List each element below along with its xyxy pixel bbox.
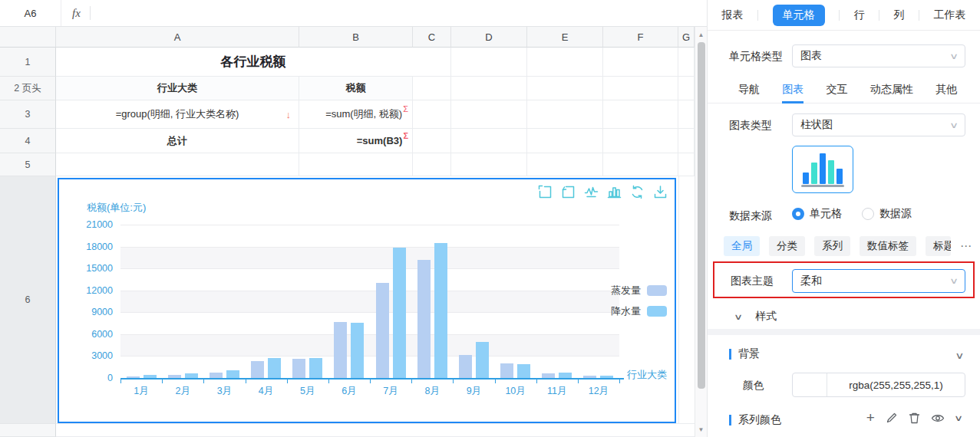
row-header-5[interactable]: 5 <box>0 153 56 176</box>
grid-cell[interactable] <box>678 77 695 100</box>
sub-tab-图表[interactable]: 图表 <box>782 75 803 104</box>
config-tab-数值标签[interactable]: 数值标签 <box>860 236 916 256</box>
row-header-7[interactable] <box>0 424 56 437</box>
row-header-2-page-header[interactable]: 2 页头 <box>0 77 56 100</box>
cell-b3-sum-formula[interactable]: =sum(明细, 税额) Σ <box>299 100 413 129</box>
grid-cell[interactable] <box>56 153 299 176</box>
grid-corner-cell[interactable] <box>0 27 56 48</box>
column-header-F[interactable]: F <box>603 27 678 48</box>
cell-type-dropdown[interactable]: 图表 ∨ <box>792 44 965 67</box>
grid-cell[interactable] <box>451 48 527 77</box>
chart-type-dropdown[interactable]: 柱状图 ∨ <box>792 113 965 136</box>
legend-item-降水量[interactable]: 降水量 <box>611 304 667 318</box>
sub-tab-其他[interactable]: 其他 <box>935 75 957 104</box>
panel-tab-bar: 报表单元格行列工作表 <box>708 0 980 31</box>
grid-cell[interactable] <box>451 153 527 176</box>
grid-cell[interactable] <box>451 100 527 129</box>
config-tab-全局[interactable]: 全局 <box>724 236 760 256</box>
grid-cell[interactable] <box>603 48 678 77</box>
chart-cell-selected[interactable]: 税额(单位:元) 0300060009000120001500018000210… <box>58 178 676 423</box>
config-tab-标题[interactable]: 标题 <box>926 236 951 256</box>
zoom-revert-icon[interactable] <box>561 185 576 199</box>
cell-reference-box[interactable]: A6 <box>0 0 61 26</box>
grid-cell[interactable] <box>603 153 678 176</box>
grid-cell[interactable] <box>603 100 678 129</box>
panel-tab-单元格[interactable]: 单元格 <box>773 5 825 26</box>
config-tabs-overflow[interactable]: ⋯ <box>960 239 972 253</box>
sub-tab-动态属性[interactable]: 动态属性 <box>870 75 913 104</box>
grid-cell[interactable] <box>299 153 413 176</box>
panel-tab-报表[interactable]: 报表 <box>722 8 744 22</box>
grid-cell[interactable] <box>527 129 603 153</box>
sigma-icon: Σ <box>403 104 408 113</box>
grid-cell[interactable] <box>678 100 695 129</box>
column-header-B[interactable]: B <box>299 27 413 48</box>
grid-cell[interactable] <box>413 100 451 129</box>
style-section-header[interactable]: ∨ 样式 <box>735 307 777 327</box>
area-zoom-icon[interactable] <box>538 185 553 199</box>
config-tab-系列[interactable]: 系列 <box>814 236 850 256</box>
radio-label: 数据源 <box>879 207 912 221</box>
grid-cell[interactable] <box>451 77 527 100</box>
chart-type-thumbnail-selected[interactable] <box>792 146 853 193</box>
row-header-1[interactable]: 1 <box>0 48 56 77</box>
cell-a2[interactable]: 行业大类 <box>56 77 299 100</box>
line-chart-icon[interactable] <box>584 185 599 199</box>
grid-cell[interactable] <box>678 153 695 176</box>
chevron-down-icon[interactable]: ∨ <box>955 350 964 361</box>
chevron-down-icon[interactable]: ∨ <box>954 413 963 423</box>
bar-chart-icon[interactable] <box>607 185 622 199</box>
cell-b4-total-formula[interactable]: =sum(B3) Σ <box>299 129 413 153</box>
column-header-D[interactable]: D <box>451 27 527 48</box>
grid-cell[interactable] <box>603 77 678 100</box>
grid-cell[interactable] <box>527 153 603 176</box>
radio-单元格[interactable]: 单元格 <box>792 207 842 221</box>
config-tab-分类[interactable]: 分类 <box>769 236 805 256</box>
column-header-C[interactable]: C <box>413 27 451 48</box>
refresh-icon[interactable] <box>630 185 645 199</box>
column-header-E[interactable]: E <box>527 27 603 48</box>
x-tick-label: 12月 <box>578 385 619 398</box>
radio-数据源[interactable]: 数据源 <box>862 207 912 221</box>
download-icon[interactable] <box>653 185 668 199</box>
cell-b2[interactable]: 税额 <box>299 77 413 100</box>
legend-item-蒸发量[interactable]: 蒸发量 <box>611 284 667 297</box>
trash-icon[interactable] <box>909 412 920 424</box>
scroll-down-icon[interactable]: ▼ <box>695 423 707 435</box>
column-header-G[interactable]: G <box>678 27 695 48</box>
grid-cell[interactable] <box>413 129 451 153</box>
grid-cell[interactable] <box>451 129 527 153</box>
row-header-6[interactable]: 6 <box>0 176 56 424</box>
cell-a1-title[interactable]: 各行业税额 <box>56 48 451 77</box>
add-icon[interactable]: + <box>866 412 875 424</box>
panel-tab-工作表[interactable]: 工作表 <box>934 8 966 22</box>
row-header-4[interactable]: 4 <box>0 129 56 153</box>
sub-tab-导航[interactable]: 导航 <box>738 75 760 104</box>
background-color-input[interactable]: rgba(255,255,255,1) <box>792 373 965 397</box>
chart-theme-dropdown[interactable]: 柔和 ∨ <box>792 269 965 293</box>
grid-cell[interactable] <box>56 424 695 437</box>
cell-a3-group-formula[interactable]: =group(明细, 行业大类名称) ↓ <box>56 100 299 129</box>
edit-pencil-icon[interactable] <box>886 412 898 424</box>
panel-tab-行[interactable]: 行 <box>854 8 865 22</box>
scroll-up-icon[interactable]: ▲ <box>695 28 707 41</box>
sub-tab-交互[interactable]: 交互 <box>827 75 848 104</box>
grid-cell[interactable] <box>413 77 451 100</box>
grid-cell[interactable] <box>527 77 603 100</box>
formula-input[interactable] <box>91 0 707 26</box>
eye-icon[interactable] <box>931 413 945 423</box>
grid-cell[interactable] <box>678 129 695 153</box>
grid-cell[interactable] <box>413 153 451 176</box>
cell-a4-total-label[interactable]: 总计 <box>56 129 299 153</box>
grid-cell[interactable] <box>527 100 603 129</box>
grid-cell[interactable] <box>527 48 603 77</box>
grid-cell[interactable] <box>678 48 695 77</box>
panel-tab-列[interactable]: 列 <box>894 8 905 22</box>
column-header-A[interactable]: A <box>56 27 299 48</box>
grid-cell[interactable] <box>603 129 678 153</box>
color-swatch[interactable] <box>793 373 827 396</box>
row-header-3[interactable]: 3 <box>0 100 56 129</box>
vertical-scrollbar[interactable]: ▲ ▼ <box>695 27 707 437</box>
scrollbar-thumb[interactable] <box>698 42 705 389</box>
bar-蒸发量-6月 <box>334 322 347 378</box>
